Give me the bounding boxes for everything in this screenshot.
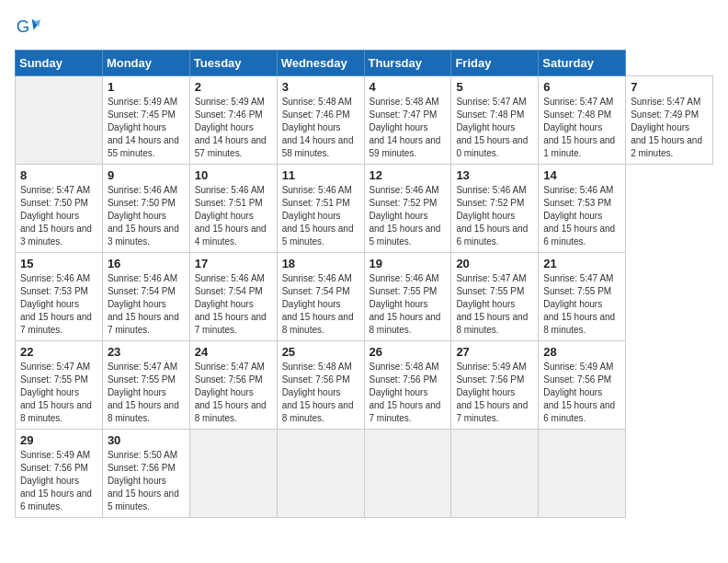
day-number: 11	[282, 168, 359, 182]
calendar-cell: 24 Sunrise: 5:47 AM Sunset: 7:56 PM Dayl…	[189, 341, 277, 430]
col-header-thursday: Thursday	[364, 51, 451, 76]
calendar-week-3: 22 Sunrise: 5:47 AM Sunset: 7:55 PM Dayl…	[16, 341, 713, 430]
calendar-header-row: SundayMondayTuesdayWednesdayThursdayFrid…	[16, 51, 713, 76]
day-number: 13	[456, 168, 533, 182]
day-info: Sunrise: 5:47 AM Sunset: 7:55 PM Dayligh…	[108, 361, 185, 425]
calendar-cell: 9 Sunrise: 5:46 AM Sunset: 7:50 PM Dayli…	[102, 165, 189, 253]
day-info: Sunrise: 5:49 AM Sunset: 7:56 PM Dayligh…	[543, 361, 620, 425]
col-header-wednesday: Wednesday	[277, 51, 364, 76]
day-number: 19	[370, 257, 447, 270]
calendar-cell: 20 Sunrise: 5:47 AM Sunset: 7:55 PM Dayl…	[451, 253, 539, 341]
day-number: 24	[195, 345, 272, 359]
calendar-cell: 13 Sunrise: 5:46 AM Sunset: 7:52 PM Dayl…	[451, 165, 539, 253]
day-number: 8	[20, 168, 97, 182]
day-info: Sunrise: 5:49 AM Sunset: 7:56 PM Dayligh…	[20, 449, 97, 513]
calendar-cell: 28 Sunrise: 5:49 AM Sunset: 7:56 PM Dayl…	[539, 341, 626, 430]
day-info: Sunrise: 5:46 AM Sunset: 7:52 PM Dayligh…	[370, 184, 447, 248]
day-info: Sunrise: 5:47 AM Sunset: 7:55 PM Dayligh…	[20, 361, 97, 425]
col-header-tuesday: Tuesday	[189, 51, 277, 76]
calendar-cell	[189, 430, 277, 518]
day-number: 23	[108, 345, 185, 359]
day-number: 22	[20, 345, 97, 359]
day-number: 16	[108, 257, 185, 270]
day-info: Sunrise: 5:46 AM Sunset: 7:53 PM Dayligh…	[543, 184, 620, 248]
day-number: 1	[108, 80, 185, 94]
calendar-cell: 12 Sunrise: 5:46 AM Sunset: 7:52 PM Dayl…	[364, 165, 451, 253]
calendar-cell: 11 Sunrise: 5:46 AM Sunset: 7:51 PM Dayl…	[277, 165, 364, 253]
logo-icon: G	[15, 15, 40, 40]
day-info: Sunrise: 5:50 AM Sunset: 7:56 PM Dayligh…	[108, 449, 185, 513]
calendar-cell: 3 Sunrise: 5:48 AM Sunset: 7:46 PM Dayli…	[277, 76, 364, 165]
day-number: 26	[370, 345, 447, 359]
day-number: 20	[456, 257, 533, 270]
calendar-cell: 21 Sunrise: 5:47 AM Sunset: 7:55 PM Dayl…	[539, 253, 626, 341]
calendar-week-1: 8 Sunrise: 5:47 AM Sunset: 7:50 PM Dayli…	[16, 165, 713, 253]
day-info: Sunrise: 5:46 AM Sunset: 7:54 PM Dayligh…	[108, 272, 185, 337]
day-info: Sunrise: 5:46 AM Sunset: 7:50 PM Dayligh…	[108, 184, 185, 248]
day-number: 14	[543, 168, 620, 182]
svg-text:G: G	[17, 17, 30, 36]
day-info: Sunrise: 5:47 AM Sunset: 7:56 PM Dayligh…	[195, 361, 272, 425]
day-info: Sunrise: 5:47 AM Sunset: 7:55 PM Dayligh…	[543, 272, 620, 337]
calendar-cell: 19 Sunrise: 5:46 AM Sunset: 7:55 PM Dayl…	[364, 253, 451, 341]
calendar-cell: 17 Sunrise: 5:46 AM Sunset: 7:54 PM Dayl…	[189, 253, 277, 341]
day-number: 28	[543, 345, 620, 359]
logo: G	[15, 15, 44, 40]
day-info: Sunrise: 5:46 AM Sunset: 7:54 PM Dayligh…	[195, 272, 272, 337]
day-number: 2	[195, 80, 272, 94]
day-number: 25	[282, 345, 359, 359]
calendar-cell: 14 Sunrise: 5:46 AM Sunset: 7:53 PM Dayl…	[539, 165, 626, 253]
day-info: Sunrise: 5:47 AM Sunset: 7:50 PM Dayligh…	[20, 184, 97, 248]
calendar-cell	[451, 430, 539, 518]
calendar-table: SundayMondayTuesdayWednesdayThursdayFrid…	[15, 50, 713, 518]
day-number: 15	[20, 257, 97, 270]
calendar-cell: 23 Sunrise: 5:47 AM Sunset: 7:55 PM Dayl…	[102, 341, 189, 430]
day-number: 30	[108, 433, 185, 447]
day-info: Sunrise: 5:46 AM Sunset: 7:51 PM Dayligh…	[195, 184, 272, 248]
day-info: Sunrise: 5:47 AM Sunset: 7:48 PM Dayligh…	[543, 96, 620, 160]
calendar-week-2: 15 Sunrise: 5:46 AM Sunset: 7:53 PM Dayl…	[16, 253, 713, 341]
calendar-cell: 1 Sunrise: 5:49 AM Sunset: 7:45 PM Dayli…	[102, 76, 189, 165]
header: G	[15, 15, 713, 40]
day-number: 29	[20, 433, 97, 447]
day-number: 3	[282, 80, 359, 94]
day-number: 12	[370, 168, 447, 182]
day-number: 5	[456, 80, 533, 94]
calendar-cell: 22 Sunrise: 5:47 AM Sunset: 7:55 PM Dayl…	[16, 341, 103, 430]
calendar-cell: 26 Sunrise: 5:48 AM Sunset: 7:56 PM Dayl…	[364, 341, 451, 430]
day-info: Sunrise: 5:48 AM Sunset: 7:56 PM Dayligh…	[370, 361, 447, 425]
calendar-cell	[16, 76, 103, 165]
calendar-week-0: 1 Sunrise: 5:49 AM Sunset: 7:45 PM Dayli…	[16, 76, 713, 165]
day-info: Sunrise: 5:46 AM Sunset: 7:52 PM Dayligh…	[456, 184, 533, 248]
day-number: 21	[543, 257, 620, 270]
calendar-cell: 4 Sunrise: 5:48 AM Sunset: 7:47 PM Dayli…	[364, 76, 451, 165]
day-number: 27	[456, 345, 533, 359]
calendar-cell: 6 Sunrise: 5:47 AM Sunset: 7:48 PM Dayli…	[539, 76, 626, 165]
col-header-monday: Monday	[102, 51, 189, 76]
day-info: Sunrise: 5:48 AM Sunset: 7:47 PM Dayligh…	[370, 96, 447, 160]
day-info: Sunrise: 5:49 AM Sunset: 7:46 PM Dayligh…	[195, 96, 272, 160]
calendar-cell: 15 Sunrise: 5:46 AM Sunset: 7:53 PM Dayl…	[16, 253, 103, 341]
day-info: Sunrise: 5:46 AM Sunset: 7:53 PM Dayligh…	[20, 272, 97, 337]
day-number: 7	[631, 80, 708, 94]
day-info: Sunrise: 5:47 AM Sunset: 7:48 PM Dayligh…	[456, 96, 533, 160]
day-number: 10	[195, 168, 272, 182]
day-info: Sunrise: 5:48 AM Sunset: 7:46 PM Dayligh…	[282, 96, 359, 160]
calendar-cell: 8 Sunrise: 5:47 AM Sunset: 7:50 PM Dayli…	[16, 165, 103, 253]
day-number: 18	[282, 257, 359, 270]
day-number: 9	[108, 168, 185, 182]
calendar-cell: 2 Sunrise: 5:49 AM Sunset: 7:46 PM Dayli…	[189, 76, 277, 165]
calendar-week-4: 29 Sunrise: 5:49 AM Sunset: 7:56 PM Dayl…	[16, 430, 713, 518]
day-info: Sunrise: 5:49 AM Sunset: 7:45 PM Dayligh…	[108, 96, 185, 160]
day-number: 17	[195, 257, 272, 270]
calendar-cell: 10 Sunrise: 5:46 AM Sunset: 7:51 PM Dayl…	[189, 165, 277, 253]
calendar-cell: 25 Sunrise: 5:48 AM Sunset: 7:56 PM Dayl…	[277, 341, 364, 430]
calendar-cell: 16 Sunrise: 5:46 AM Sunset: 7:54 PM Dayl…	[102, 253, 189, 341]
day-info: Sunrise: 5:46 AM Sunset: 7:55 PM Dayligh…	[370, 272, 447, 337]
calendar-cell: 18 Sunrise: 5:46 AM Sunset: 7:54 PM Dayl…	[277, 253, 364, 341]
day-info: Sunrise: 5:48 AM Sunset: 7:56 PM Dayligh…	[282, 361, 359, 425]
calendar-cell	[364, 430, 451, 518]
calendar-cell: 30 Sunrise: 5:50 AM Sunset: 7:56 PM Dayl…	[102, 430, 189, 518]
day-info: Sunrise: 5:46 AM Sunset: 7:54 PM Dayligh…	[282, 272, 359, 337]
calendar-cell: 27 Sunrise: 5:49 AM Sunset: 7:56 PM Dayl…	[451, 341, 539, 430]
